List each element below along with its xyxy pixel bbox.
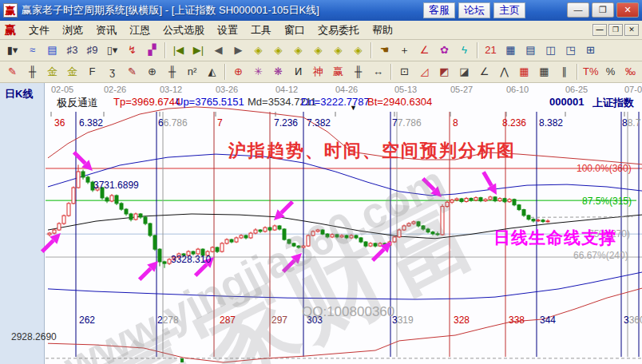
ying-tool-icon[interactable]: 赢 xyxy=(329,63,347,81)
menu-item-交易委托[interactable]: 交易委托 xyxy=(311,22,366,38)
parallel-lines-icon[interactable]: ∥ xyxy=(555,63,573,81)
mdi-close-button[interactable]: ✕ xyxy=(624,24,639,36)
crosshair-tool-icon[interactable]: ＋ xyxy=(395,42,414,59)
fibonacci-ruler-icon[interactable]: F xyxy=(83,63,101,81)
memo-icon[interactable]: ▤ xyxy=(521,42,540,59)
ruler2-icon[interactable]: ╫ xyxy=(163,63,181,81)
info-panel-icon[interactable]: ▤ xyxy=(43,42,61,59)
lifeline-tool-icon[interactable]: ϟ xyxy=(455,42,474,59)
gann-flower-icon[interactable]: ✿ xyxy=(435,42,454,59)
diamond-right-icon[interactable]: ◈ xyxy=(269,42,287,59)
calendar-icon[interactable]: 21 xyxy=(482,42,500,59)
ruler-123-icon[interactable]: ╫ xyxy=(349,63,367,81)
candle xyxy=(398,230,401,237)
bars-9min-icon[interactable]: ♯9 xyxy=(83,42,101,59)
date-tick-02-05: 02-05 xyxy=(51,85,73,94)
permille-icon[interactable]: ‰ xyxy=(621,63,640,81)
data-manager-icon[interactable]: ⊞ xyxy=(581,42,600,59)
grid-red-icon[interactable]: ▦ xyxy=(515,63,533,81)
chart-area[interactable]: 日K线 赢家财富 www.yingjia360.com 02-0502-2603… xyxy=(0,83,642,364)
shen-tool-icon[interactable]: 神 xyxy=(309,63,327,81)
spiral-ruler-icon[interactable]: ʒ xyxy=(103,63,121,81)
go-last-icon[interactable]: ▶| xyxy=(189,42,208,59)
close-button[interactable]: ✕ xyxy=(616,2,639,18)
menu-item-江恩[interactable]: 江恩 xyxy=(123,22,157,38)
candle xyxy=(498,199,501,201)
zigzag-icon[interactable]: ↯ xyxy=(123,42,141,59)
target-circle-icon[interactable]: ⊕ xyxy=(229,63,248,81)
restore-button[interactable]: ❐ xyxy=(592,2,614,18)
minimize-button[interactable]: — xyxy=(567,2,589,18)
date-tick-05-27: 05-27 xyxy=(450,85,473,94)
go-first-icon[interactable]: |◀ xyxy=(169,42,188,59)
ruler-icon[interactable]: ╫ xyxy=(23,63,42,81)
zigzag-v-icon[interactable]: ⋀ xyxy=(495,63,513,81)
width-measure-icon[interactable]: ↔ xyxy=(369,63,387,81)
marker-triangle-icon: ▼ xyxy=(350,104,357,112)
time-cycle-ratio-label: 6.382 xyxy=(79,117,103,129)
level-label: 66.67%(240) xyxy=(573,250,628,261)
mdi-minimize-button[interactable]: — xyxy=(592,24,607,36)
diamond-move-left-icon[interactable]: ◈ xyxy=(329,42,347,59)
grid-dark-icon[interactable]: ▦ xyxy=(535,63,553,81)
square-of-nine-icon[interactable]: n² xyxy=(183,63,201,81)
candle xyxy=(259,230,262,231)
kline-style-dropdown[interactable]: ▮▾ xyxy=(3,42,22,59)
titlebar-button-service[interactable]: 客服 xyxy=(423,2,455,18)
fan-box-icon[interactable]: ◩ xyxy=(435,63,454,81)
diamond-move-right-icon[interactable]: ◈ xyxy=(349,42,367,59)
grid-star-icon[interactable]: ❋ xyxy=(269,63,287,81)
pen2-icon[interactable]: ✎ xyxy=(123,63,141,81)
titlebar-button-home[interactable]: 主页 xyxy=(493,2,525,18)
indicator-name[interactable]: 极反通道 xyxy=(57,96,98,110)
export-web-icon[interactable]: ◳ xyxy=(561,42,580,59)
cycle-finder-icon[interactable]: ⊕ xyxy=(143,63,161,81)
candle xyxy=(431,232,434,234)
mdi-restore-button[interactable]: ❐ xyxy=(608,24,623,36)
diamond-expand-icon[interactable]: ◈ xyxy=(289,42,307,59)
page-next-icon[interactable]: ▶ xyxy=(229,42,248,59)
bars-3min-icon[interactable]: ♯3 xyxy=(63,42,81,59)
menu-item-设置[interactable]: 设置 xyxy=(211,22,244,38)
fan-box-dark-icon[interactable]: ◪ xyxy=(455,63,474,81)
menu-item-工具[interactable]: 工具 xyxy=(244,22,278,38)
candle xyxy=(57,224,61,230)
angle-tool-icon[interactable]: ∠ xyxy=(415,42,434,59)
menu-item-公式选股[interactable]: 公式选股 xyxy=(157,22,211,38)
toolbar-separator xyxy=(577,64,578,80)
annotation-arrow xyxy=(140,261,158,279)
candle xyxy=(417,222,420,226)
menu-item-窗口[interactable]: 窗口 xyxy=(278,22,311,38)
gann-fan-icon[interactable]: ◿ xyxy=(415,63,434,81)
titlebar-button-forum[interactable]: 论坛 xyxy=(458,2,490,18)
angle-ruler-icon[interactable]: ◭ xyxy=(203,63,221,81)
candle xyxy=(163,262,166,263)
menu-item-资讯[interactable]: 资讯 xyxy=(89,22,123,38)
box-select-icon[interactable]: ⊡ xyxy=(395,63,414,81)
menu-item-浏览[interactable]: 浏览 xyxy=(56,22,89,38)
menu-item-文件[interactable]: 文件 xyxy=(22,22,56,38)
diamond-left-icon[interactable]: ◈ xyxy=(249,42,268,59)
wave-overlay-icon[interactable]: ≈ xyxy=(23,42,42,59)
time-cycle-count-label: 3319 xyxy=(392,315,414,326)
time-percent-icon[interactable]: T% xyxy=(581,63,600,81)
page-prev-icon[interactable]: ◀ xyxy=(209,42,228,59)
wave-count-icon[interactable]: Ͷ xyxy=(289,63,307,81)
calculator-icon[interactable]: ▦ xyxy=(501,42,520,59)
angle-lines-icon[interactable]: ∠ xyxy=(475,63,493,81)
diamond-compress-icon[interactable]: ◈ xyxy=(309,42,327,59)
candle-type-dropdown[interactable]: ▯▾ xyxy=(103,42,121,59)
time-cycle-ratio-label: 36 xyxy=(54,117,65,129)
save-icon[interactable]: ◫ xyxy=(541,42,560,59)
star-circle-icon[interactable]: ✳ xyxy=(249,63,268,81)
percent-icon[interactable]: % xyxy=(601,63,620,81)
indicator-value: Tp=3969.6744 xyxy=(113,96,180,108)
hand-tool-icon[interactable]: ☚ xyxy=(375,42,394,59)
candle xyxy=(86,177,89,182)
draw-pen-icon[interactable]: ✎ xyxy=(3,63,22,81)
gold-ratio-ruler-icon[interactable]: 金 xyxy=(43,63,61,81)
profile-chart-icon[interactable]: ▞ xyxy=(143,42,161,59)
menu-item-帮助[interactable]: 帮助 xyxy=(366,22,399,38)
candle xyxy=(402,226,406,230)
gold-section-ruler-icon[interactable]: 金 xyxy=(63,63,81,81)
